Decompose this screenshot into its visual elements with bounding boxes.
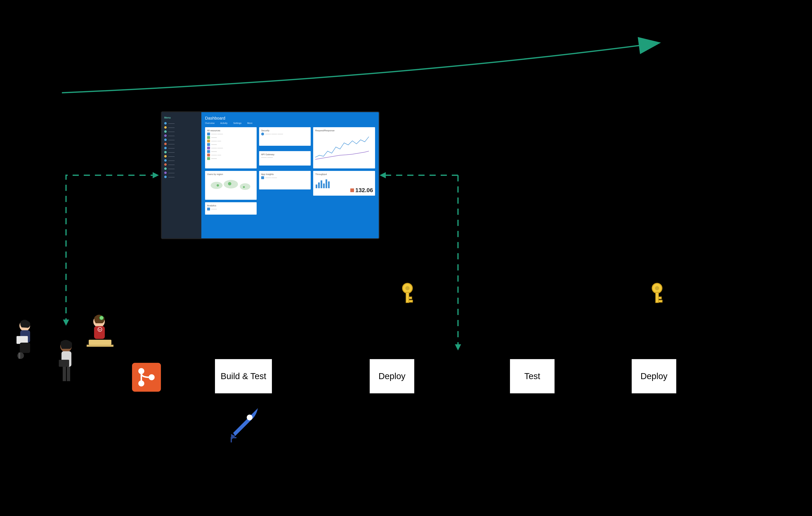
svg-rect-15 [318,182,320,188]
svg-point-32 [99,316,104,320]
svg-rect-29 [63,367,66,381]
svg-rect-48 [409,300,413,302]
svg-rect-23 [20,343,30,353]
metric-value: 132.06 [355,187,373,193]
tile-users-map: Users by region [205,171,257,200]
svg-rect-47 [409,297,412,299]
tile-title: Users by region [207,173,255,176]
dashboard-tabs: Overview Activity Settings More [205,122,375,124]
svg-rect-14 [316,184,317,188]
svg-rect-35 [87,345,113,347]
key-icon [398,282,417,306]
svg-point-45 [405,286,409,290]
tile-title: All resources [207,129,255,132]
stage-build-test: Build & Test [214,359,272,394]
svg-point-12 [228,182,231,185]
tile-appinsights: App Insights ——— ——— [259,171,311,189]
dashboard-tab: More [247,122,252,124]
tile-title: API Gateway [261,153,309,156]
azure-pipelines-icon [227,406,260,443]
tile-title: App Insights [261,173,309,176]
svg-point-39 [149,375,154,380]
svg-marker-6 [380,172,386,178]
svg-rect-53 [659,300,662,302]
svg-rect-34 [89,340,111,345]
value-stream-arrow [0,0,812,516]
tile-security: Security ——— ——— ——— [259,127,311,146]
svg-point-38 [139,381,144,386]
svg-rect-30 [67,367,70,381]
svg-point-10 [240,183,251,190]
svg-rect-33 [94,326,105,339]
git-icon [132,363,161,392]
svg-rect-16 [321,180,322,188]
tile-title: Request/Response [315,129,373,132]
svg-rect-43 [231,437,232,443]
stage-deploy-qa: Deploy [369,359,415,394]
svg-point-50 [655,286,659,290]
svg-point-37 [139,369,144,373]
svg-rect-51 [656,292,659,303]
svg-marker-5 [153,172,159,178]
dashboard-tab: Activity [220,122,228,124]
tile-title: Analytics [207,204,255,207]
tile-resources: All resources ——— ——— ——— ——— —— ——— ———… [205,127,257,169]
feedback-lines [0,0,812,516]
svg-point-13 [243,186,245,188]
stage-test: Test [510,359,555,394]
azure-dashboard-screenshot: Menu ——— ——— ——— ——— ——— ——— ——— ——— ———… [161,111,380,239]
stage-label: Test [524,371,540,381]
dashboard-sidebar: Menu ——— ——— ——— ——— ——— ——— ——— ——— ———… [162,112,201,238]
svg-marker-7 [455,344,461,351]
svg-point-11 [216,184,219,187]
sidebar-heading: Menu [164,116,199,119]
svg-rect-19 [328,181,330,188]
tile-title: Security [261,129,309,132]
svg-rect-52 [659,297,661,299]
dev-team [8,313,118,396]
stage-label: Build & Test [221,371,266,381]
dashboard-tab: Settings [233,122,241,124]
svg-rect-18 [325,179,327,188]
tile-title: Throughput [315,173,373,176]
svg-rect-28 [59,360,69,367]
svg-point-24 [17,352,24,359]
key-icon [648,282,666,306]
stage-label: Deploy [641,371,668,381]
tile-api: API Gateway ——— ——— [259,151,311,165]
svg-point-41 [247,415,253,420]
stage-label: Deploy [379,371,406,381]
stage-deploy-prod: Deploy [631,359,677,394]
tile-analytics: Analytics ——— [205,202,257,215]
tile-metric: Throughput 132.06 [313,171,375,195]
dashboard-title: Dashboard [205,116,375,121]
svg-rect-25 [19,353,20,359]
svg-rect-17 [323,183,325,188]
tile-requests: Request/Response [313,127,375,169]
dashboard-tab: Overview [205,122,214,124]
svg-rect-46 [406,292,409,303]
